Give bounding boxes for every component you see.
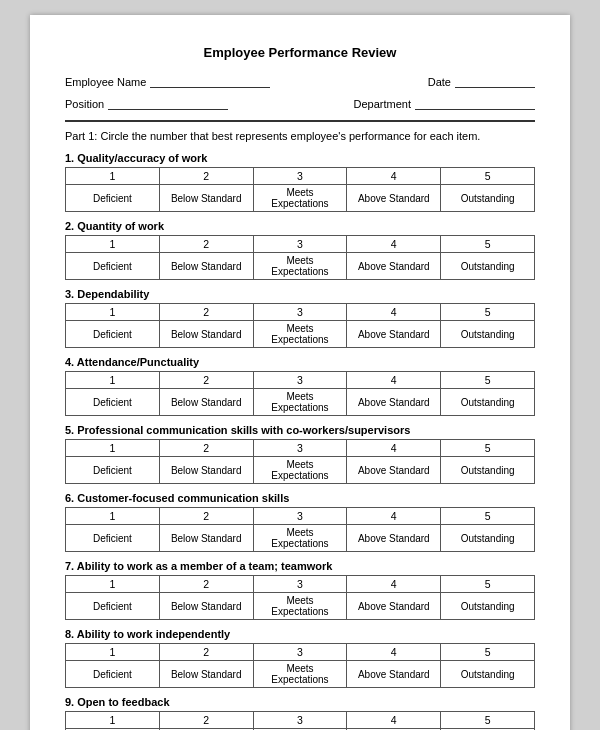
rating-number-3: 3 bbox=[253, 304, 347, 321]
rating-number-1: 1 bbox=[66, 168, 160, 185]
table-row: DeficientBelow StandardMeets Expectation… bbox=[66, 593, 535, 620]
rating-table-7: 12345DeficientBelow StandardMeets Expect… bbox=[65, 575, 535, 620]
section-6-title: 6. Customer-focused communication skills bbox=[65, 492, 535, 504]
rating-number-3: 3 bbox=[253, 372, 347, 389]
date-line bbox=[455, 74, 535, 88]
date-label: Date bbox=[428, 76, 451, 88]
department-label: Department bbox=[354, 98, 411, 110]
rating-number-3: 3 bbox=[253, 576, 347, 593]
rating-number-2: 2 bbox=[159, 236, 253, 253]
rating-number-5: 5 bbox=[441, 372, 535, 389]
rating-label: Meets Expectations bbox=[253, 321, 347, 348]
rating-number-2: 2 bbox=[159, 644, 253, 661]
rating-label: Outstanding bbox=[441, 321, 535, 348]
department-line bbox=[415, 96, 535, 110]
section-3-title: 3. Dependability bbox=[65, 288, 535, 300]
section-7-title: 7. Ability to work as a member of a team… bbox=[65, 560, 535, 572]
rating-number-3: 3 bbox=[253, 508, 347, 525]
rating-number-4: 4 bbox=[347, 440, 441, 457]
section-8-title: 8. Ability to work independently bbox=[65, 628, 535, 640]
section-8: 8. Ability to work independently12345Def… bbox=[65, 628, 535, 688]
table-row: DeficientBelow StandardMeets Expectation… bbox=[66, 253, 535, 280]
rating-number-1: 1 bbox=[66, 644, 160, 661]
rating-table-3: 12345DeficientBelow StandardMeets Expect… bbox=[65, 303, 535, 348]
rating-label: Above Standard bbox=[347, 593, 441, 620]
rating-label: Above Standard bbox=[347, 185, 441, 212]
rating-number-5: 5 bbox=[441, 508, 535, 525]
rating-table-1: 12345DeficientBelow StandardMeets Expect… bbox=[65, 167, 535, 212]
rating-label: Above Standard bbox=[347, 457, 441, 484]
rating-label: Above Standard bbox=[347, 525, 441, 552]
rating-number-1: 1 bbox=[66, 508, 160, 525]
rating-number-2: 2 bbox=[159, 508, 253, 525]
rating-number-4: 4 bbox=[347, 304, 441, 321]
rating-label: Meets Expectations bbox=[253, 185, 347, 212]
rating-number-5: 5 bbox=[441, 168, 535, 185]
table-row: DeficientBelow StandardMeets Expectation… bbox=[66, 661, 535, 688]
section-3: 3. Dependability12345DeficientBelow Stan… bbox=[65, 288, 535, 348]
table-row: DeficientBelow StandardMeets Expectation… bbox=[66, 389, 535, 416]
rating-table-4: 12345DeficientBelow StandardMeets Expect… bbox=[65, 371, 535, 416]
rating-table-6: 12345DeficientBelow StandardMeets Expect… bbox=[65, 507, 535, 552]
rating-number-5: 5 bbox=[441, 576, 535, 593]
rating-label: Above Standard bbox=[347, 661, 441, 688]
rating-label: Outstanding bbox=[441, 661, 535, 688]
rating-number-5: 5 bbox=[441, 440, 535, 457]
rating-label: Meets Expectations bbox=[253, 525, 347, 552]
rating-number-5: 5 bbox=[441, 236, 535, 253]
header-row-2: Position Department bbox=[65, 96, 535, 110]
rating-number-5: 5 bbox=[441, 712, 535, 729]
rating-number-3: 3 bbox=[253, 168, 347, 185]
table-row: DeficientBelow StandardMeets Expectation… bbox=[66, 185, 535, 212]
rating-label: Meets Expectations bbox=[253, 661, 347, 688]
section-2-title: 2. Quantity of work bbox=[65, 220, 535, 232]
position-field: Position bbox=[65, 96, 228, 110]
divider bbox=[65, 120, 535, 122]
employee-name-field: Employee Name bbox=[65, 74, 270, 88]
page-title: Employee Performance Review bbox=[65, 45, 535, 60]
rating-label: Meets Expectations bbox=[253, 593, 347, 620]
rating-label: Above Standard bbox=[347, 253, 441, 280]
section-7: 7. Ability to work as a member of a team… bbox=[65, 560, 535, 620]
rating-label: Outstanding bbox=[441, 185, 535, 212]
rating-label: Below Standard bbox=[159, 661, 253, 688]
rating-label: Below Standard bbox=[159, 185, 253, 212]
section-2: 2. Quantity of work12345DeficientBelow S… bbox=[65, 220, 535, 280]
position-line bbox=[108, 96, 228, 110]
part1-label: Part 1: Circle the number that best repr… bbox=[65, 130, 535, 142]
rating-label: Below Standard bbox=[159, 389, 253, 416]
rating-label: Deficient bbox=[66, 457, 160, 484]
position-label: Position bbox=[65, 98, 104, 110]
section-5: 5. Professional communication skills wit… bbox=[65, 424, 535, 484]
rating-table-8: 12345DeficientBelow StandardMeets Expect… bbox=[65, 643, 535, 688]
rating-number-2: 2 bbox=[159, 304, 253, 321]
rating-label: Meets Expectations bbox=[253, 389, 347, 416]
rating-number-3: 3 bbox=[253, 236, 347, 253]
rating-number-4: 4 bbox=[347, 372, 441, 389]
table-row: DeficientBelow StandardMeets Expectation… bbox=[66, 321, 535, 348]
rating-number-1: 1 bbox=[66, 372, 160, 389]
rating-number-5: 5 bbox=[441, 644, 535, 661]
rating-number-5: 5 bbox=[441, 304, 535, 321]
rating-number-4: 4 bbox=[347, 508, 441, 525]
section-4: 4. Attendance/Punctuality12345DeficientB… bbox=[65, 356, 535, 416]
rating-label: Above Standard bbox=[347, 321, 441, 348]
rating-number-4: 4 bbox=[347, 168, 441, 185]
table-row: DeficientBelow StandardMeets Expectation… bbox=[66, 525, 535, 552]
rating-number-2: 2 bbox=[159, 576, 253, 593]
rating-label: Deficient bbox=[66, 321, 160, 348]
section-5-title: 5. Professional communication skills wit… bbox=[65, 424, 535, 436]
rating-label: Deficient bbox=[66, 525, 160, 552]
rating-label: Outstanding bbox=[441, 525, 535, 552]
rating-number-3: 3 bbox=[253, 644, 347, 661]
rating-label: Outstanding bbox=[441, 389, 535, 416]
rating-label: Below Standard bbox=[159, 593, 253, 620]
header-row-1: Employee Name Date bbox=[65, 74, 535, 88]
rating-label: Outstanding bbox=[441, 593, 535, 620]
rating-label: Below Standard bbox=[159, 321, 253, 348]
rating-number-1: 1 bbox=[66, 440, 160, 457]
rating-number-2: 2 bbox=[159, 712, 253, 729]
rating-label: Deficient bbox=[66, 253, 160, 280]
rating-number-1: 1 bbox=[66, 712, 160, 729]
rating-number-4: 4 bbox=[347, 712, 441, 729]
